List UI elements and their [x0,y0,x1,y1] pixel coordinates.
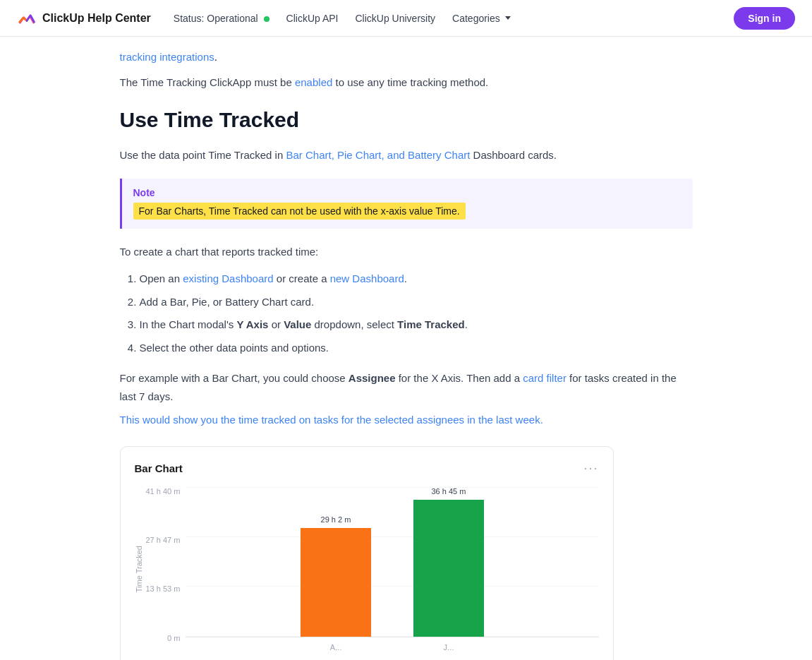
clickapp-note: The Time Tracking ClickApp must be enabl… [120,68,693,108]
chart-title: Bar Chart [135,462,183,474]
card-filter-link[interactable]: card filter [523,372,566,384]
status-indicator [264,16,269,22]
outcome-text: This would show you the time tracked on … [120,411,693,429]
navbar: ClickUp Help Center Status: Operational … [0,0,812,37]
chevron-down-icon [505,16,511,20]
nav-api[interactable]: ClickUp API [286,13,339,24]
x-axis-labels: A... J... [186,643,598,652]
step-4: Select the other data points and options… [140,338,693,359]
step-3: In the Chart modal's Y Axis or Value dro… [140,315,693,335]
y-label-3: 13 h 53 m [146,584,181,593]
section-title: Use Time Tracked [120,108,693,132]
sign-in-button[interactable]: Sign in [734,7,795,30]
steps-list: Open an existing Dashboard or create a n… [140,269,693,358]
bar-group-1: 29 h 2 m [301,515,371,637]
chart-menu-button[interactable]: ··· [583,461,598,476]
example-text: For example with a Bar Chart, you could … [120,369,693,405]
note-label: Note [133,187,681,198]
tracking-integrations-link[interactable]: tracking integrations [120,51,214,63]
y-label-bottom: 0 m [167,634,180,642]
brand-name: ClickUp Help Center [42,12,151,25]
main-content: tracking integrations. The Time Tracking… [103,37,710,660]
brand-logo[interactable]: ClickUp Help Center [17,8,151,28]
chart-types-link[interactable]: Bar Chart, Pie Chart, and Battery Chart [286,149,470,161]
new-dashboard-link[interactable]: new Dashboard [330,272,404,284]
enabled-link[interactable]: enabled [295,76,332,88]
x-label-2: J... [413,643,484,652]
step-1: Open an existing Dashboard or create a n… [140,269,693,289]
nav-categories[interactable]: Categories [452,13,511,24]
y-axis-labels: 41 h 40 m 27 h 47 m 13 h 53 m 0 m [146,487,186,642]
nav-university[interactable]: ClickUp University [355,13,435,24]
bar-2 [413,500,484,637]
chart-header: Bar Chart ··· [135,461,599,476]
clickup-logo-icon [17,8,37,28]
intro-text: Use the data point Time Tracked in Bar C… [120,146,693,164]
note-text: For Bar Charts, Time Tracked can not be … [133,203,466,220]
bar-1-label: 29 h 2 m [321,515,351,524]
bar-chart-card: Bar Chart ··· Time Tracked 41 h 40 m 27 … [120,446,614,660]
bar-1 [301,528,371,637]
y-label-top: 41 h 40 m [146,487,181,496]
tracking-integrations-line: tracking integrations. [120,37,693,68]
bars-container: 29 h 2 m 36 h 45 m [186,487,598,637]
step-2: Add a Bar, Pie, or Battery Chart card. [140,292,693,313]
existing-dashboard-link[interactable]: existing Dashboard [183,272,273,284]
bar-group-2: 36 h 45 m [413,487,484,637]
x-label-1: A... [301,643,371,652]
y-axis-title: Time Tracked [135,546,143,592]
nav-status[interactable]: Status: Operational [174,13,269,24]
chart-body: 29 h 2 m 36 h 45 m A... J... [186,487,598,652]
bar-2-label: 36 h 45 m [431,487,466,496]
chart-inner: Time Tracked 41 h 40 m 27 h 47 m 13 h 53… [135,487,599,652]
nav-links: Status: Operational ClickUp API ClickUp … [174,13,511,24]
to-create-text: To create a chart that reports tracked t… [120,243,693,261]
y-label-2: 27 h 47 m [146,536,181,544]
note-box: Note For Bar Charts, Time Tracked can no… [120,179,693,229]
chart-grid: 29 h 2 m 36 h 45 m [186,487,598,637]
